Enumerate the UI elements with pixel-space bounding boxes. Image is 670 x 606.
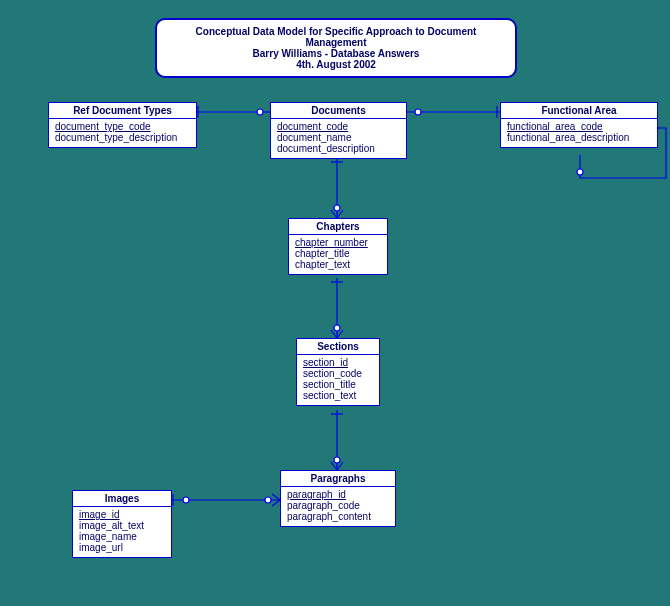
pk-field: document_code: [277, 121, 400, 132]
entity-body: paragraph_id paragraph_code paragraph_co…: [281, 487, 395, 526]
attr-field: document_name: [277, 132, 400, 143]
attr-field: paragraph_code: [287, 500, 389, 511]
svg-line-27: [337, 462, 343, 470]
pk-field: section_id: [303, 357, 373, 368]
title-line1: Conceptual Data Model for Specific Appro…: [171, 26, 501, 48]
attr-field: chapter_text: [295, 259, 381, 270]
pk-field: document_type_code: [55, 121, 190, 132]
svg-point-25: [334, 457, 340, 463]
title-line3: 4th. August 2002: [171, 59, 501, 70]
attr-field: section_code: [303, 368, 373, 379]
attr-field: paragraph_content: [287, 511, 389, 522]
entity-chapters: Chapters chapter_number chapter_title ch…: [288, 218, 388, 275]
attr-field: functional_area_description: [507, 132, 651, 143]
entity-body: document_type_code document_type_descrip…: [49, 119, 196, 147]
attr-field: document_description: [277, 143, 400, 154]
entity-title: Functional Area: [501, 103, 657, 119]
attr-field: image_name: [79, 531, 165, 542]
attr-field: section_title: [303, 379, 373, 390]
entity-title: Images: [73, 491, 171, 507]
entity-body: chapter_number chapter_title chapter_tex…: [289, 235, 387, 274]
pk-field: image_id: [79, 509, 165, 520]
svg-line-22: [337, 330, 343, 338]
entity-body: image_id image_alt_text image_name image…: [73, 507, 171, 557]
attr-field: document_type_description: [55, 132, 190, 143]
entity-title: Documents: [271, 103, 406, 119]
entity-documents: Documents document_code document_name do…: [270, 102, 407, 159]
svg-point-31: [265, 497, 271, 503]
entity-title: Sections: [297, 339, 379, 355]
entity-body: functional_area_code functional_area_des…: [501, 119, 657, 147]
svg-line-32: [272, 494, 280, 500]
entity-body: document_code document_name document_des…: [271, 119, 406, 158]
diagram-title-box: Conceptual Data Model for Specific Appro…: [155, 18, 517, 78]
svg-point-15: [334, 205, 340, 211]
svg-point-6: [415, 109, 421, 115]
pk-field: chapter_number: [295, 237, 381, 248]
svg-line-17: [337, 210, 343, 218]
entity-title: Chapters: [289, 219, 387, 235]
svg-point-2: [257, 109, 263, 115]
attr-field: chapter_title: [295, 248, 381, 259]
pk-field: functional_area_code: [507, 121, 651, 132]
entity-sections: Sections section_id section_code section…: [296, 338, 380, 406]
entity-images: Images image_id image_alt_text image_nam…: [72, 490, 172, 558]
pk-field: paragraph_id: [287, 489, 389, 500]
attr-field: image_url: [79, 542, 165, 553]
svg-point-10: [577, 169, 583, 175]
entity-title: Ref Document Types: [49, 103, 196, 119]
entity-paragraphs: Paragraphs paragraph_id paragraph_code p…: [280, 470, 396, 527]
svg-line-21: [331, 330, 337, 338]
entity-title: Paragraphs: [281, 471, 395, 487]
svg-line-33: [272, 500, 280, 506]
attr-field: image_alt_text: [79, 520, 165, 531]
title-line2: Barry Williams - Database Answers: [171, 48, 501, 59]
svg-point-20: [334, 325, 340, 331]
attr-field: section_text: [303, 390, 373, 401]
entity-functional-area: Functional Area functional_area_code fun…: [500, 102, 658, 148]
entity-body: section_id section_code section_title se…: [297, 355, 379, 405]
svg-line-26: [331, 462, 337, 470]
svg-line-16: [331, 210, 337, 218]
entity-ref-document-types: Ref Document Types document_type_code do…: [48, 102, 197, 148]
svg-point-30: [183, 497, 189, 503]
